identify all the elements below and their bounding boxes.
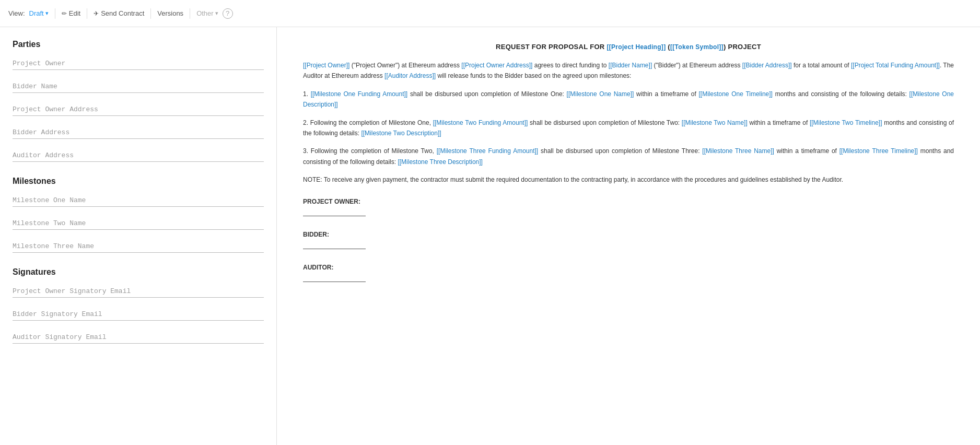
signature-section: PROJECT OWNER: BIDDER: AUDITOR: xyxy=(303,198,954,282)
token-milestone-three-funding-amount: [[Milestone Three Funding Amount]] xyxy=(437,147,538,155)
m1-text3: months and consisting of the following d… xyxy=(773,90,909,98)
preview-milestone-3: 3. Following the completion of Milestone… xyxy=(303,146,954,167)
parties-section: Parties xyxy=(13,40,264,162)
bidder-signatory-email-field-group xyxy=(13,308,264,321)
bidder-address-field-group xyxy=(13,126,264,139)
toolbar-divider-2 xyxy=(87,8,87,19)
token-milestone-two-name: [[Milestone Two Name]] xyxy=(682,119,748,126)
auditor-address-input[interactable] xyxy=(13,149,264,162)
token-milestone-one-timeline: [[Milestone One Timeline]] xyxy=(699,90,773,98)
milestone-one-name-input[interactable] xyxy=(13,194,264,207)
project-owner-field-group xyxy=(13,57,264,70)
token-milestone-two-funding-amount: [[Milestone Two Funding Amount]] xyxy=(433,119,528,126)
m3-prefix: 3. Following the completion of Milestone… xyxy=(303,147,437,155)
send-contract-button[interactable]: Send Contract xyxy=(94,9,144,17)
auditor-sig-line xyxy=(303,282,366,282)
para1-text2: agrees to direct funding to xyxy=(532,62,608,69)
signatures-heading: Signatures xyxy=(13,267,264,277)
bidder-name-input[interactable] xyxy=(13,80,264,93)
token-bidder-name: [[Bidder Name]] xyxy=(609,62,652,69)
m1-text1: shall be disbursed upon completion of Mi… xyxy=(407,90,566,98)
project-owner-signatory-email-field-group xyxy=(13,285,264,298)
m3-text1: shall be disbursed upon completion of Mi… xyxy=(538,147,702,155)
auditor-address-field-group xyxy=(13,149,264,162)
sidebar: Parties Milestones xyxy=(0,27,277,445)
toolbar-divider-1 xyxy=(55,8,55,19)
bidder-name-field-group xyxy=(13,80,264,93)
para1-text6: will release funds to the Bidder based o… xyxy=(436,72,631,79)
milestone-three-name-input[interactable] xyxy=(13,240,264,253)
other-button[interactable]: Other xyxy=(196,9,218,17)
token-project-owner-address: [[Project Owner Address]] xyxy=(461,62,532,69)
help-button[interactable]: ? xyxy=(223,8,233,19)
m2-text1: shall be disbursed upon completion of Mi… xyxy=(528,119,682,126)
preview-title-static-2: ( xyxy=(666,43,670,51)
para1-text3: ("Bidder") at Ethereum address xyxy=(652,62,742,69)
project-owner-input[interactable] xyxy=(13,57,264,70)
project-owner-signatory-email-input[interactable] xyxy=(13,285,264,298)
m2-prefix: 2. Following the completion of Milestone… xyxy=(303,119,433,126)
milestones-section: Milestones xyxy=(13,177,264,253)
para1-text4: for a total amount of xyxy=(792,62,851,69)
milestones-heading: Milestones xyxy=(13,177,264,186)
parties-heading: Parties xyxy=(13,40,264,49)
view-label: View: xyxy=(8,9,25,17)
auditor-signatory-email-input[interactable] xyxy=(13,331,264,344)
m2-text2: within a timeframe of xyxy=(748,119,810,126)
token-milestone-three-name: [[Milestone Three Name]] xyxy=(702,147,774,155)
preview-title-token-project-heading: [[Project Heading]] xyxy=(606,43,666,51)
bidder-signatory-email-input[interactable] xyxy=(13,308,264,321)
preview-note: NOTE: To receive any given payment, the … xyxy=(303,174,954,185)
versions-button[interactable]: Versions xyxy=(157,9,183,17)
m1-prefix: 1. xyxy=(303,90,311,98)
para1-text1: ("Project Owner") at Ethereum address xyxy=(349,62,461,69)
edit-button[interactable]: Edit xyxy=(62,9,80,17)
token-project-total-funding-amount: [[Project Total Funding Amount]] xyxy=(851,62,940,69)
milestone-two-name-input[interactable] xyxy=(13,217,264,230)
token-auditor-address: [[Auditor Address]] xyxy=(384,72,436,79)
token-milestone-two-description: [[Milestone Two Description]] xyxy=(361,130,441,137)
toolbar: View: Draft Edit Send Contract Versions … xyxy=(0,0,980,27)
send-icon xyxy=(94,9,99,17)
preview-title-token-token-symbol: [[Token Symbol]] xyxy=(670,43,724,51)
preview-title-static-3: ) PROJECT xyxy=(724,43,761,51)
token-milestone-three-timeline: [[Milestone Three Timeline]] xyxy=(839,147,918,155)
token-milestone-one-funding-amount: [[Milestone One Funding Amount]] xyxy=(311,90,408,98)
toolbar-divider-3 xyxy=(150,8,151,19)
main-layout: Parties Milestones xyxy=(0,27,980,445)
preview-paragraph-1: [[Project Owner]] ("Project Owner") at E… xyxy=(303,60,954,81)
preview-title: REQUEST FOR PROPOSAL FOR [[Project Headi… xyxy=(303,43,954,51)
contract-preview: REQUEST FOR PROPOSAL FOR [[Project Headi… xyxy=(277,27,980,445)
bidder-sig-line xyxy=(303,249,366,249)
bidder-sig-label: BIDDER: xyxy=(303,231,954,238)
token-milestone-one-name: [[Milestone One Name]] xyxy=(567,90,634,98)
project-owner-address-field-group xyxy=(13,103,264,116)
bidder-address-input[interactable] xyxy=(13,126,264,139)
preview-milestone-1: 1. [[Milestone One Funding Amount]] shal… xyxy=(303,89,954,110)
m3-text2: within a timeframe of xyxy=(774,147,839,155)
milestone-two-name-field-group xyxy=(13,217,264,230)
token-bidder-address: [[Bidder Address]] xyxy=(742,62,792,69)
preview-title-static-1: REQUEST FOR PROPOSAL FOR xyxy=(496,43,606,51)
auditor-signatory-email-field-group xyxy=(13,331,264,344)
project-owner-sig-label: PROJECT OWNER: xyxy=(303,198,954,205)
token-milestone-two-timeline: [[Milestone Two Timeline]] xyxy=(810,119,882,126)
pencil-icon xyxy=(62,9,67,17)
milestone-three-name-field-group xyxy=(13,240,264,253)
m1-text2: within a timeframe of xyxy=(634,90,698,98)
token-project-owner: [[Project Owner]] xyxy=(303,62,349,69)
toolbar-divider-4 xyxy=(190,8,190,19)
milestone-one-name-field-group xyxy=(13,194,264,207)
token-milestone-three-description: [[Milestone Three Description]] xyxy=(398,158,483,166)
project-owner-sig-line xyxy=(303,216,366,216)
auditor-sig-label: AUDITOR: xyxy=(303,264,954,271)
draft-button[interactable]: Draft xyxy=(29,9,49,17)
preview-milestone-2: 2. Following the completion of Milestone… xyxy=(303,118,954,139)
signatures-section: Signatures xyxy=(13,267,264,344)
project-owner-address-input[interactable] xyxy=(13,103,264,116)
